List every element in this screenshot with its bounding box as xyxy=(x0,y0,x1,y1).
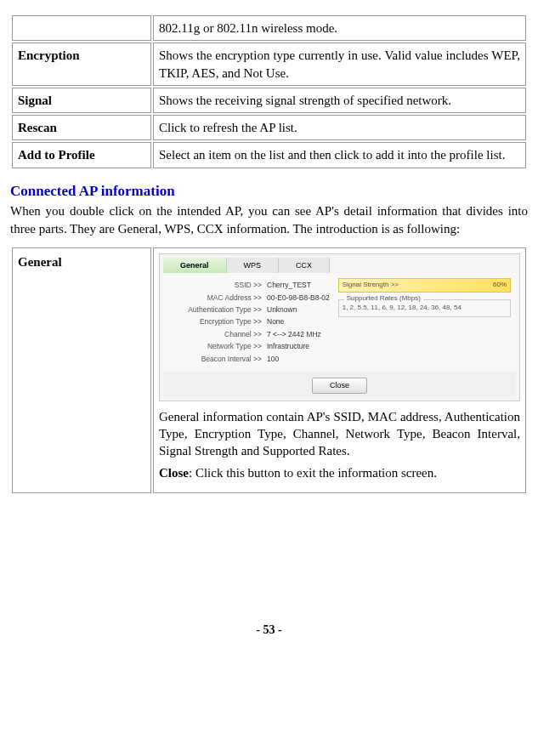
kv-key: SSID >> xyxy=(168,281,267,290)
signal-value: 60% xyxy=(493,281,507,290)
close-button[interactable]: Close xyxy=(312,378,367,393)
kv-list: SSID >>Cherry_TEST MAC Address >>00-E0-9… xyxy=(168,278,330,367)
section-heading: Connected AP information xyxy=(10,182,528,202)
kv-val: Cherry_TEST xyxy=(267,281,311,290)
table-row: Rescan Click to refresh the AP list. xyxy=(12,115,526,140)
general-table: General General WPS CCX SSID >>Cherry_TE… xyxy=(10,246,528,495)
def-label-encryption: Encryption xyxy=(12,43,151,86)
table-row: Signal Shows the receiving signal streng… xyxy=(12,88,526,113)
kv-row-ssid: SSID >>Cherry_TEST xyxy=(168,281,330,290)
right-col: Signal Strength >> 60% Supported Rates (… xyxy=(338,278,511,367)
kv-key: MAC Address >> xyxy=(168,293,267,303)
general-description: General information contain AP's SSID, M… xyxy=(159,408,520,482)
definition-table: 802.11g or 802.11n wireless mode. Encryp… xyxy=(10,14,528,170)
table-row: Add to Profile Select an item on the lis… xyxy=(12,142,526,168)
rates-box: Supported Rates (Mbps) 1, 2, 5.5, 11, 6,… xyxy=(338,299,511,317)
general-close-line: Close: Click this button to exit the inf… xyxy=(159,464,520,481)
kv-row-mac: MAC Address >>00-E0-98-B8-B8-02 xyxy=(168,293,330,303)
kv-key: Network Type >> xyxy=(168,342,267,351)
tabs-row: General WPS CCX xyxy=(163,258,516,273)
close-desc: : Click this button to exit the informat… xyxy=(189,466,437,480)
def-label-empty xyxy=(12,15,151,41)
kv-row-chan: Channel >>7 <--> 2442 MHz xyxy=(168,330,330,339)
kv-row-net: Network Type >>Infrastructure xyxy=(168,342,330,351)
def-desc-mode: 802.11g or 802.11n wireless mode. xyxy=(153,15,526,41)
close-bold: Close xyxy=(159,466,189,480)
kv-val: 100 xyxy=(267,355,279,364)
embedded-screenshot: General WPS CCX SSID >>Cherry_TEST MAC A… xyxy=(159,253,520,401)
kv-key: Authentication Type >> xyxy=(168,305,267,315)
kv-val: None xyxy=(267,317,284,327)
signal-strength-bar: Signal Strength >> 60% xyxy=(338,278,511,293)
table-row: 802.11g or 802.11n wireless mode. xyxy=(12,15,526,41)
def-desc-signal: Shows the receiving signal strength of s… xyxy=(153,88,526,113)
tab-ccx[interactable]: CCX xyxy=(279,258,330,273)
general-desc-text: General information contain AP's SSID, M… xyxy=(159,408,520,460)
rates-list: 1, 2, 5.5, 11, 6, 9, 12, 18, 24, 36, 48,… xyxy=(343,304,507,313)
general-label: General xyxy=(12,247,151,493)
kv-key: Encryption Type >> xyxy=(168,317,267,327)
def-label-addprofile: Add to Profile xyxy=(12,142,151,168)
kv-row-auth: Authentication Type >>Unknown xyxy=(168,305,330,315)
def-desc-addprofile: Select an item on the list and then clic… xyxy=(153,142,526,168)
tab-general[interactable]: General xyxy=(163,258,227,273)
panel-body: SSID >>Cherry_TEST MAC Address >>00-E0-9… xyxy=(163,273,516,372)
def-desc-encryption: Shows the encryption type currently in u… xyxy=(153,43,526,86)
kv-row-enc: Encryption Type >>None xyxy=(168,317,330,327)
tab-wps[interactable]: WPS xyxy=(227,258,280,273)
signal-label: Signal Strength >> xyxy=(343,281,399,290)
general-cell: General WPS CCX SSID >>Cherry_TEST MAC A… xyxy=(153,247,526,493)
def-label-rescan: Rescan xyxy=(12,115,151,140)
kv-row-beacon: Beacon Interval >>100 xyxy=(168,355,330,364)
table-row: General General WPS CCX SSID >>Cherry_TE… xyxy=(12,247,526,493)
kv-val: Infrastructure xyxy=(267,342,309,351)
kv-val: 7 <--> 2442 MHz xyxy=(267,330,321,339)
kv-key: Beacon Interval >> xyxy=(168,355,267,364)
def-label-signal: Signal xyxy=(12,88,151,113)
kv-key: Channel >> xyxy=(168,330,267,339)
section-paragraph: When you double click on the intended AP… xyxy=(10,202,528,237)
kv-val: Unknown xyxy=(267,305,297,315)
page-number: - 53 - xyxy=(10,622,528,639)
rates-title: Supported Rates (Mbps) xyxy=(344,294,423,304)
close-button-row: Close xyxy=(163,372,516,396)
kv-val: 00-E0-98-B8-B8-02 xyxy=(267,293,330,303)
table-row: Encryption Shows the encryption type cur… xyxy=(12,43,526,86)
def-desc-rescan: Click to refresh the AP list. xyxy=(153,115,526,140)
